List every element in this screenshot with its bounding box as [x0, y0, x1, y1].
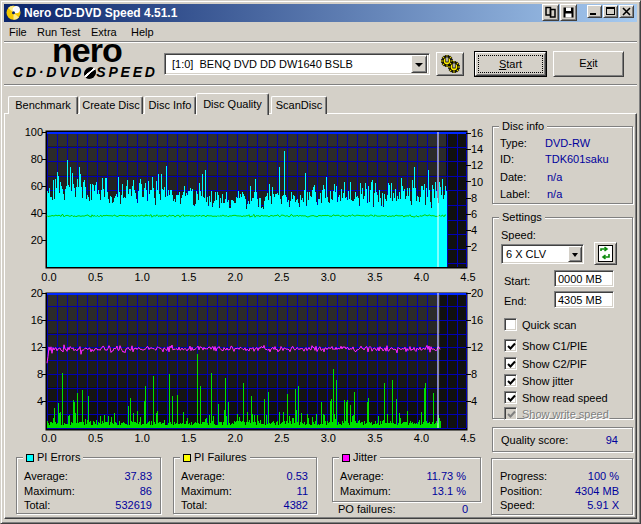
svg-text:12: 12 [471, 341, 483, 353]
svg-text:16: 16 [31, 314, 43, 326]
svg-text:4: 4 [471, 395, 477, 407]
svg-text:4.5: 4.5 [460, 432, 475, 444]
svg-text:6: 6 [471, 208, 477, 220]
svg-text:1.0: 1.0 [134, 432, 149, 444]
svg-text:20: 20 [471, 287, 483, 299]
svg-text:1.5: 1.5 [181, 432, 196, 444]
svg-text:2.5: 2.5 [274, 432, 289, 444]
svg-text:12: 12 [31, 341, 43, 353]
svg-text:2.5: 2.5 [274, 271, 289, 283]
svg-text:0.0: 0.0 [41, 432, 56, 444]
svg-text:3.0: 3.0 [321, 271, 336, 283]
svg-text:16: 16 [471, 127, 483, 139]
svg-text:8: 8 [471, 192, 477, 204]
svg-text:16: 16 [471, 314, 483, 326]
svg-text:60: 60 [31, 180, 43, 192]
svg-text:4.0: 4.0 [414, 271, 429, 283]
svg-text:4: 4 [471, 224, 477, 236]
svg-text:0.5: 0.5 [88, 271, 103, 283]
svg-text:2.0: 2.0 [228, 271, 243, 283]
svg-text:3.0: 3.0 [321, 432, 336, 444]
svg-text:20: 20 [31, 287, 43, 299]
svg-text:40: 40 [31, 207, 43, 219]
svg-text:80: 80 [31, 153, 43, 165]
svg-text:12: 12 [471, 159, 483, 171]
svg-text:1.0: 1.0 [134, 271, 149, 283]
svg-text:20: 20 [31, 234, 43, 246]
svg-text:14: 14 [471, 143, 483, 155]
svg-text:4.5: 4.5 [460, 271, 475, 283]
svg-text:10: 10 [471, 176, 483, 188]
svg-text:4.0: 4.0 [414, 432, 429, 444]
svg-text:100: 100 [25, 126, 43, 138]
svg-text:3.5: 3.5 [367, 432, 382, 444]
svg-text:8: 8 [471, 368, 477, 380]
svg-text:1.5: 1.5 [181, 271, 196, 283]
svg-text:2.0: 2.0 [228, 432, 243, 444]
svg-text:0.0: 0.0 [41, 271, 56, 283]
svg-text:2: 2 [471, 241, 477, 253]
svg-text:0.5: 0.5 [88, 432, 103, 444]
svg-text:3.5: 3.5 [367, 271, 382, 283]
